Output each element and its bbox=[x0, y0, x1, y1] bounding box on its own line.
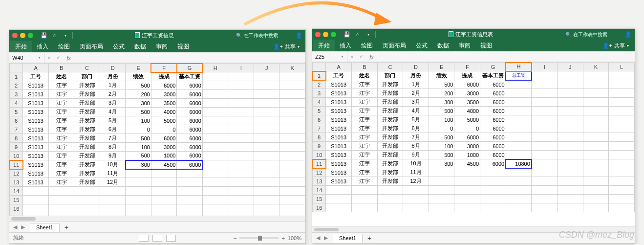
select-all-corner[interactable] bbox=[10, 64, 23, 72]
cell-I15[interactable] bbox=[532, 195, 558, 203]
row-header-14[interactable]: 14 bbox=[313, 186, 326, 195]
col-header-G[interactable]: G bbox=[480, 63, 506, 71]
name-box-dropdown-icon[interactable]: ▼ bbox=[38, 56, 41, 59]
cell-H2[interactable] bbox=[506, 80, 532, 89]
account-icon[interactable]: 👤 bbox=[296, 32, 302, 39]
cell-D11[interactable]: 10月 bbox=[100, 160, 126, 169]
cell-I6[interactable] bbox=[228, 116, 254, 125]
cell-D10[interactable]: 9月 bbox=[100, 152, 126, 160]
cell-G2[interactable]: 6000 bbox=[480, 80, 506, 89]
cell-H16[interactable] bbox=[506, 203, 532, 212]
row-header-16[interactable]: 16 bbox=[313, 203, 326, 212]
cell-J7[interactable] bbox=[254, 125, 279, 134]
cell-D15[interactable] bbox=[403, 195, 429, 203]
col-header-L[interactable]: L bbox=[609, 63, 635, 71]
horizontal-scrollbar[interactable] bbox=[9, 216, 305, 222]
cell-L5[interactable] bbox=[609, 107, 635, 115]
cell-D8[interactable]: 7月 bbox=[403, 133, 429, 142]
cell-I2[interactable] bbox=[532, 80, 558, 89]
cell-J2[interactable] bbox=[557, 80, 583, 89]
cell-C11[interactable]: 开发部 bbox=[74, 160, 100, 169]
row-header-5[interactable]: 5 bbox=[10, 108, 23, 116]
cell-I3[interactable] bbox=[228, 90, 254, 99]
cell-C4[interactable]: 开发部 bbox=[74, 99, 100, 108]
maximize-icon[interactable] bbox=[28, 33, 33, 38]
row-header-1[interactable]: 1 bbox=[313, 71, 326, 80]
cell-G5[interactable]: 6000 bbox=[480, 107, 506, 115]
cell-G16[interactable] bbox=[177, 204, 203, 213]
cell-J3[interactable] bbox=[557, 89, 583, 98]
cell-A6[interactable]: S1013 bbox=[326, 115, 352, 124]
cell-C7[interactable]: 开发部 bbox=[74, 125, 100, 134]
cell-A8[interactable]: S1013 bbox=[23, 134, 49, 143]
cell-A8[interactable]: S1013 bbox=[326, 133, 352, 142]
view-page-icon[interactable] bbox=[152, 235, 162, 242]
name-box[interactable]: Z25 ▼ bbox=[312, 51, 347, 62]
cell-C5[interactable]: 开发部 bbox=[74, 108, 100, 116]
cell-E2[interactable]: 500 bbox=[126, 81, 151, 90]
name-box-dropdown-icon[interactable]: ▼ bbox=[341, 55, 344, 58]
cell-E6[interactable]: 100 bbox=[126, 116, 151, 125]
cell-A7[interactable]: S1013 bbox=[23, 125, 49, 134]
cell-H12[interactable] bbox=[506, 168, 532, 177]
row-header-15[interactable]: 15 bbox=[313, 195, 326, 203]
cell-F9[interactable]: 3000 bbox=[151, 143, 177, 152]
cell-A13[interactable]: S1013 bbox=[326, 177, 352, 186]
col-header-D[interactable]: D bbox=[403, 63, 429, 71]
cell-K8[interactable] bbox=[583, 133, 609, 142]
cell-I12[interactable] bbox=[228, 169, 254, 178]
cell-E9[interactable]: 100 bbox=[429, 142, 454, 151]
cell-G15[interactable] bbox=[177, 196, 203, 204]
tab-home[interactable]: 开始 bbox=[313, 40, 335, 51]
cell-A5[interactable]: S1013 bbox=[23, 108, 49, 116]
tab-page-layout[interactable]: 页面布局 bbox=[75, 41, 108, 52]
cell-J5[interactable] bbox=[254, 108, 279, 116]
maximize-icon[interactable] bbox=[331, 32, 336, 37]
cell-D13[interactable]: 12月 bbox=[403, 177, 429, 186]
cell-B5[interactable]: 江宇 bbox=[351, 107, 377, 115]
cell-H8[interactable] bbox=[202, 134, 228, 143]
cell-D1[interactable]: 月份 bbox=[100, 72, 126, 81]
cell-A15[interactable] bbox=[23, 196, 49, 204]
cell-F12[interactable] bbox=[454, 168, 480, 177]
cell-H5[interactable] bbox=[202, 108, 228, 116]
cell-A16[interactable] bbox=[326, 203, 352, 212]
cell-B1[interactable]: 姓名 bbox=[351, 71, 377, 80]
cell-J13[interactable] bbox=[254, 178, 279, 187]
cell-K16[interactable] bbox=[583, 203, 609, 212]
formula-input[interactable] bbox=[376, 53, 635, 60]
minimize-icon[interactable] bbox=[20, 33, 25, 38]
cell-G7[interactable]: 6000 bbox=[480, 124, 506, 133]
cell-H6[interactable] bbox=[202, 116, 228, 125]
cell-D7[interactable]: 6月 bbox=[403, 124, 429, 133]
fx-label[interactable]: fx bbox=[366, 54, 376, 60]
cell-F13[interactable] bbox=[454, 177, 480, 186]
cell-J1[interactable] bbox=[254, 72, 279, 81]
row-header-6[interactable]: 6 bbox=[10, 116, 23, 125]
tab-scroll-left-icon[interactable]: ◀ bbox=[11, 224, 19, 230]
cell-E15[interactable] bbox=[126, 196, 151, 204]
cell-J3[interactable] bbox=[254, 90, 279, 99]
cell-B8[interactable]: 江宇 bbox=[48, 134, 74, 143]
cell-H5[interactable] bbox=[506, 107, 532, 115]
cell-G9[interactable]: 6000 bbox=[177, 143, 203, 152]
cell-A15[interactable] bbox=[326, 195, 352, 203]
cell-D3[interactable]: 2月 bbox=[403, 89, 429, 98]
row-header-10[interactable]: 10 bbox=[10, 152, 23, 160]
cell-C1[interactable]: 部门 bbox=[377, 71, 403, 80]
row-header-8[interactable]: 8 bbox=[10, 134, 23, 143]
confirm-icon[interactable]: ✓ bbox=[356, 53, 366, 60]
cancel-icon[interactable]: × bbox=[347, 54, 356, 60]
cell-H4[interactable] bbox=[202, 99, 228, 108]
cell-C9[interactable]: 开发部 bbox=[377, 142, 403, 151]
cell-B3[interactable]: 江宇 bbox=[351, 89, 377, 98]
minimize-icon[interactable] bbox=[323, 32, 328, 37]
cell-G3[interactable]: 6000 bbox=[480, 89, 506, 98]
cell-A12[interactable]: S1013 bbox=[23, 169, 49, 178]
col-header-F[interactable]: F bbox=[151, 64, 177, 72]
home-icon[interactable]: ⌂ bbox=[354, 31, 362, 37]
cell-I8[interactable] bbox=[228, 134, 254, 143]
cell-F15[interactable] bbox=[454, 195, 480, 203]
cell-K12[interactable] bbox=[583, 168, 609, 177]
cell-C5[interactable]: 开发部 bbox=[377, 107, 403, 115]
